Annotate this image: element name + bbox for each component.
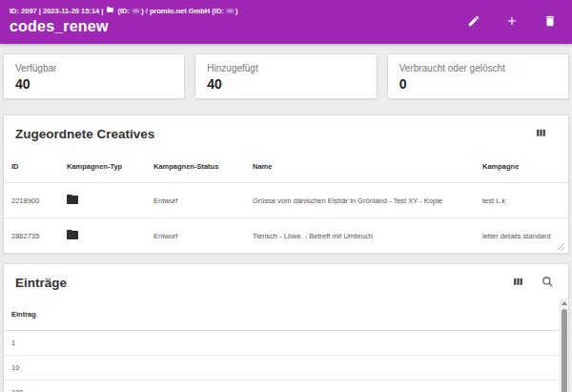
column-header-eintrag[interactable]: Eintrag bbox=[4, 299, 568, 331]
app-header: ID: 2097 | 2023-11-20 15:14 | (ID: ≈≈ ) … bbox=[0, 0, 572, 44]
columns-toggle-button[interactable] bbox=[535, 127, 547, 139]
breadcrumb-folder-id-open: (ID: bbox=[117, 7, 130, 15]
column-header-id[interactable]: ID bbox=[4, 150, 59, 183]
redacted-folder-id: ≈≈ bbox=[133, 7, 138, 15]
cell-eintrag: 100 bbox=[4, 381, 568, 392]
stat-card-hinzugefuegt: Hinzugefügt 40 bbox=[194, 53, 377, 99]
delete-button[interactable] bbox=[543, 14, 557, 28]
stat-value: 40 bbox=[207, 76, 364, 92]
eintraege-header-row: Eintrag bbox=[4, 299, 568, 331]
list-item[interactable]: 100 bbox=[4, 381, 568, 392]
eintraege-section: Einträge Eintrag 1 10 100 bbox=[3, 263, 569, 392]
cell-kampagnen-status: Entwurf bbox=[146, 183, 245, 218]
column-header-kampagnen-status[interactable]: Kampagnen-Status bbox=[146, 150, 245, 183]
edit-button[interactable] bbox=[467, 14, 480, 28]
scrollbar-up-arrow-icon[interactable] bbox=[562, 301, 567, 305]
cell-kampagnen-typ bbox=[59, 218, 146, 254]
eintraege-table: Eintrag 1 10 100 bbox=[4, 299, 568, 392]
scrollbar-thumb[interactable] bbox=[562, 309, 567, 392]
folder-icon bbox=[106, 6, 114, 15]
column-header-kampagne[interactable]: Kampagne bbox=[475, 150, 568, 183]
stat-label: Verbraucht oder gelöscht bbox=[399, 63, 557, 73]
creatives-header-row: ID Kampagnen-Typ Kampagnen-Status Name K… bbox=[4, 150, 568, 183]
view-columns-icon bbox=[535, 128, 547, 142]
stat-value: 40 bbox=[15, 76, 173, 92]
kampagne-redacted-text: L.k bbox=[496, 196, 505, 205]
table-row[interactable]: 2218900 Entwurf Grüsse vom dänischen Eis… bbox=[4, 183, 568, 218]
stat-label: Verfügbar bbox=[15, 63, 173, 73]
creatives-table: ID Kampagnen-Typ Kampagnen-Status Name K… bbox=[4, 150, 568, 253]
cell-id: 2218900 bbox=[4, 183, 59, 218]
cell-kampagnen-status: Entwurf bbox=[146, 218, 245, 254]
column-header-kampagnen-typ[interactable]: Kampagnen-Typ bbox=[59, 150, 146, 183]
list-item[interactable]: 10 bbox=[4, 356, 568, 381]
kampagne-text: letter details standard bbox=[482, 232, 551, 240]
search-icon bbox=[541, 277, 554, 291]
creatives-toolbar bbox=[535, 127, 547, 139]
cell-eintrag: 1 bbox=[4, 331, 568, 356]
cell-id: 2862735 bbox=[4, 218, 59, 254]
cell-name: Tierisch - Löwe. - Betreff mit Umbruch bbox=[245, 218, 475, 254]
stat-card-verbraucht: Verbraucht oder gelöscht 0 bbox=[387, 53, 569, 99]
columns-toggle-button[interactable] bbox=[512, 276, 524, 288]
header-actions bbox=[467, 14, 557, 28]
pencil-icon bbox=[467, 16, 480, 31]
eintraege-section-title: Einträge bbox=[4, 264, 568, 299]
vertical-scrollbar[interactable] bbox=[560, 299, 567, 392]
plus-icon bbox=[505, 16, 519, 31]
stat-value: 0 bbox=[399, 76, 557, 92]
stat-card-verfuegbar: Verfügbar 40 bbox=[3, 53, 185, 99]
cell-kampagnen-typ bbox=[59, 183, 146, 218]
redacted-org-id: ≈≈ bbox=[227, 7, 233, 15]
creatives-section: Zugeordnete Creatives ID Kampagnen-Typ K… bbox=[3, 114, 569, 254]
view-columns-icon bbox=[512, 277, 524, 291]
eintraege-toolbar bbox=[512, 276, 554, 288]
kampagne-text: test bbox=[482, 196, 496, 205]
folder-icon bbox=[67, 233, 78, 241]
table-row[interactable]: 2862735 Entwurf Tierisch - Löwe. - Betre… bbox=[4, 218, 568, 254]
cell-eintrag: 10 bbox=[4, 356, 568, 381]
cell-name: Grüsse vom dänischen Eisbär in Grönland … bbox=[245, 183, 475, 218]
breadcrumb-org: ) / promio.net GmbH (ID: bbox=[141, 7, 224, 15]
trash-icon bbox=[543, 16, 557, 31]
cell-kampagne: letter details standard bbox=[475, 218, 568, 254]
resize-handle[interactable] bbox=[557, 242, 565, 251]
folder-icon bbox=[67, 197, 78, 206]
breadcrumb-meta: ID: 2097 | 2023-11-20 15:14 | bbox=[10, 7, 103, 15]
add-button[interactable] bbox=[505, 14, 519, 28]
column-header-name[interactable]: Name bbox=[245, 150, 475, 183]
stat-label: Hinzugefügt bbox=[207, 63, 364, 73]
cell-kampagne: test L.k bbox=[475, 183, 568, 218]
stats-row: Verfügbar 40 Hinzugefügt 40 Verbraucht o… bbox=[3, 53, 569, 99]
creatives-section-title: Zugeordnete Creatives bbox=[4, 115, 568, 150]
list-item[interactable]: 1 bbox=[4, 331, 568, 356]
breadcrumb-close: ) bbox=[235, 7, 238, 15]
search-button[interactable] bbox=[541, 276, 554, 288]
